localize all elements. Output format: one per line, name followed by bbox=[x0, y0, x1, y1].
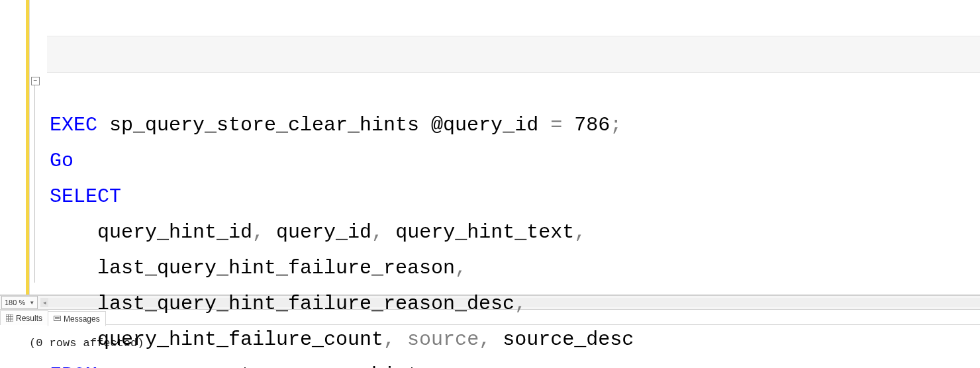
code-token: source bbox=[395, 328, 479, 351]
outline-margin: − bbox=[30, 0, 47, 295]
code-token bbox=[538, 114, 550, 136]
code-token bbox=[97, 364, 109, 368]
tab-results-label: Results bbox=[16, 314, 42, 323]
code-token: source_desc bbox=[491, 328, 634, 351]
change-indicator-bar bbox=[26, 0, 29, 295]
tab-results[interactable]: Results bbox=[0, 310, 48, 325]
scroll-left-button[interactable]: ◂ bbox=[40, 298, 48, 307]
code-token: , bbox=[383, 328, 395, 351]
code-token: sp_query_store_clear_hints bbox=[97, 114, 431, 136]
code-token: , bbox=[574, 221, 586, 244]
code-token: @query_id bbox=[431, 114, 538, 136]
code-token: query_hint_id bbox=[50, 221, 252, 244]
code-token: = bbox=[550, 114, 562, 136]
code-line: query_hint_id, query_id, query_hint_text… bbox=[50, 214, 980, 250]
current-line-highlight bbox=[47, 36, 980, 73]
collapse-toggle-icon[interactable]: − bbox=[31, 77, 40, 85]
sql-editor-pane: − EXEC sp_query_store_clear_hints @query… bbox=[0, 0, 980, 295]
code-line: query_hint_failure_count, source, source… bbox=[50, 322, 980, 357]
code-token: last_query_hint_failure_reason_desc bbox=[50, 293, 514, 315]
outline-vertical-line bbox=[34, 85, 35, 283]
svg-rect-0 bbox=[6, 314, 13, 322]
code-token: Go bbox=[50, 150, 74, 172]
code-token: query_hint_text bbox=[383, 221, 574, 244]
code-token: 786 bbox=[562, 114, 610, 136]
code-token: , bbox=[479, 328, 491, 351]
code-token: query_id bbox=[264, 221, 371, 244]
code-token: . bbox=[145, 364, 157, 368]
code-token: , bbox=[252, 221, 264, 244]
code-token: ; bbox=[610, 114, 622, 136]
code-token: last_query_hint_failure_reason bbox=[50, 257, 455, 279]
code-line: last_query_hint_failure_reason_desc, bbox=[50, 286, 980, 322]
code-token: query_store_query_hints bbox=[157, 364, 431, 368]
code-token: , bbox=[455, 257, 467, 279]
code-token: EXEC bbox=[50, 114, 97, 136]
chevron-down-icon: ▼ bbox=[29, 300, 34, 306]
code-token: ; bbox=[431, 364, 443, 368]
code-line: FROM sys.query_store_query_hints; bbox=[50, 357, 980, 368]
grid-icon bbox=[6, 314, 13, 322]
code-token: SELECT bbox=[50, 185, 121, 208]
zoom-level-value: 180 % bbox=[5, 299, 25, 306]
code-text-area[interactable]: EXEC sp_query_store_clear_hints @query_i… bbox=[47, 0, 980, 295]
code-token: sys bbox=[109, 364, 145, 368]
code-line: Go bbox=[50, 143, 980, 179]
code-line: SELECT bbox=[50, 179, 980, 214]
code-line: EXEC sp_query_store_clear_hints @query_i… bbox=[50, 107, 980, 143]
zoom-level-dropdown[interactable]: 180 % ▼ bbox=[1, 296, 38, 309]
editor-gutter bbox=[0, 0, 30, 295]
code-token: , bbox=[371, 221, 383, 244]
code-token: FROM bbox=[50, 364, 97, 368]
code-line: last_query_hint_failure_reason, bbox=[50, 250, 980, 286]
code-token: , bbox=[514, 293, 526, 315]
code-token: query_hint_failure_count bbox=[50, 328, 383, 351]
